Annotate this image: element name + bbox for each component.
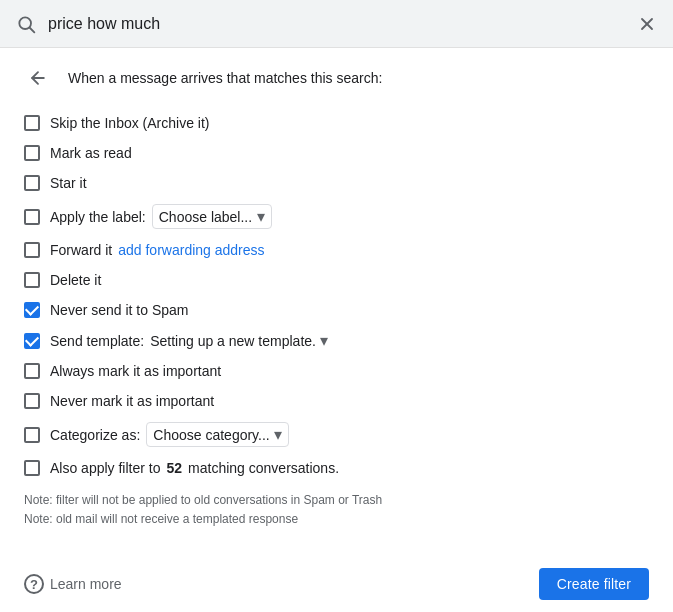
option-send-template: Send template: Setting up a new template… (24, 325, 649, 356)
checkbox-delete-it[interactable] (24, 272, 40, 288)
option-never-spam: Never send it to Spam (24, 295, 649, 325)
checkbox-apply-label[interactable] (24, 209, 40, 225)
option-always-important: Always mark it as important (24, 356, 649, 386)
back-button[interactable] (24, 64, 52, 92)
checkbox-star-it[interactable] (24, 175, 40, 191)
learn-more-label: Learn more (50, 576, 122, 592)
search-bar: price how much (0, 0, 673, 48)
close-icon[interactable] (637, 14, 657, 34)
create-filter-button[interactable]: Create filter (539, 568, 649, 600)
notes-section: Note: filter will not be applied to old … (24, 491, 649, 529)
dropdown-arrow-label: ▾ (257, 207, 265, 226)
label-star-it: Star it (50, 175, 87, 191)
option-never-important: Never mark it as important (24, 386, 649, 416)
label-mark-read: Mark as read (50, 145, 132, 161)
option-also-apply: Also apply filter to 52 matching convers… (24, 453, 649, 483)
label-also-apply: Also apply filter to 52 matching convers… (50, 460, 339, 476)
option-delete-it: Delete it (24, 265, 649, 295)
checkbox-also-apply[interactable] (24, 460, 40, 476)
checkbox-skip-inbox[interactable] (24, 115, 40, 131)
label-forward-it: Forward it add forwarding address (50, 242, 265, 258)
search-query[interactable]: price how much (48, 15, 625, 33)
label-never-important: Never mark it as important (50, 393, 214, 409)
add-forwarding-link[interactable]: add forwarding address (118, 242, 264, 258)
option-forward-it: Forward it add forwarding address (24, 235, 649, 265)
svg-line-1 (30, 27, 35, 32)
checkbox-send-template[interactable] (24, 333, 40, 349)
label-never-spam: Never send it to Spam (50, 302, 189, 318)
label-apply-label: Apply the label: Choose label... ▾ (50, 204, 272, 229)
options-list: Skip the Inbox (Archive it) Mark as read… (24, 108, 649, 483)
option-apply-label: Apply the label: Choose label... ▾ (24, 198, 649, 235)
label-categorize: Categorize as: Choose category... ▾ (50, 422, 289, 447)
checkbox-forward-it[interactable] (24, 242, 40, 258)
label-send-template: Send template: Setting up a new template… (50, 331, 328, 350)
label-always-important: Always mark it as important (50, 363, 221, 379)
help-row[interactable]: ? Learn more (24, 574, 122, 594)
note-1: Note: filter will not be applied to old … (24, 491, 649, 510)
template-dropdown[interactable]: Setting up a new template. ▾ (150, 331, 328, 350)
label-dropdown[interactable]: Choose label... ▾ (152, 204, 272, 229)
option-categorize: Categorize as: Choose category... ▾ (24, 416, 649, 453)
option-mark-read: Mark as read (24, 138, 649, 168)
option-skip-inbox: Skip the Inbox (Archive it) (24, 108, 649, 138)
category-dropdown[interactable]: Choose category... ▾ (146, 422, 288, 447)
note-2: Note: old mail will not receive a templa… (24, 510, 649, 529)
label-delete-it: Delete it (50, 272, 101, 288)
main-content: When a message arrives that matches this… (0, 48, 673, 541)
help-icon: ? (24, 574, 44, 594)
label-skip-inbox: Skip the Inbox (Archive it) (50, 115, 210, 131)
header-description: When a message arrives that matches this… (68, 70, 382, 86)
dropdown-arrow-template: ▾ (320, 331, 328, 350)
search-icon (16, 14, 36, 34)
checkbox-mark-read[interactable] (24, 145, 40, 161)
checkbox-always-important[interactable] (24, 363, 40, 379)
option-star-it: Star it (24, 168, 649, 198)
matching-count: 52 (167, 460, 183, 476)
dropdown-arrow-category: ▾ (274, 425, 282, 444)
checkbox-categorize[interactable] (24, 427, 40, 443)
checkbox-never-important[interactable] (24, 393, 40, 409)
checkbox-never-spam[interactable] (24, 302, 40, 318)
header-row: When a message arrives that matches this… (24, 64, 649, 92)
footer: ? Learn more Create filter (0, 556, 673, 612)
